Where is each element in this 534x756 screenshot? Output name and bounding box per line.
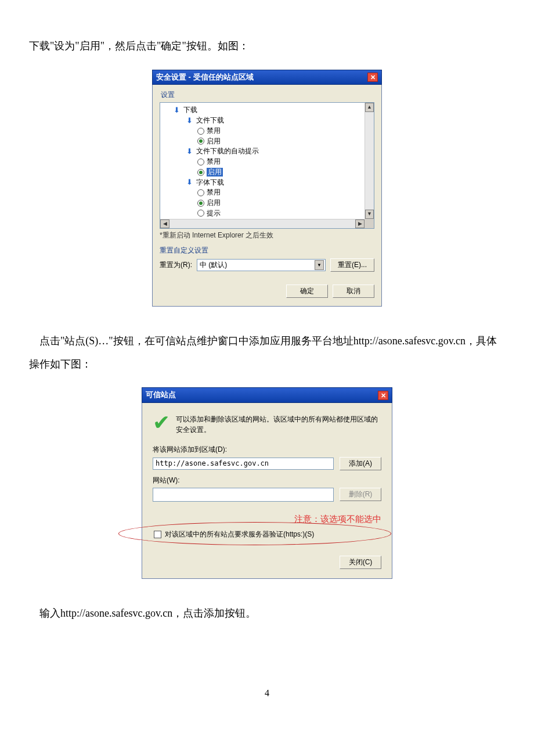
tree-file-download-prompt[interactable]: ⬇文件下载的自动提示: [161, 146, 373, 157]
https-verify-label: 对该区域中的所有站点要求服务器验证(https:)(S): [165, 530, 314, 539]
settings-tree: ⬇下载 ⬇文件下载 禁用 启用 ⬇文件下载的自动提示 禁用 启用 ⬇字体下载 禁…: [160, 102, 374, 229]
radio-font-disable[interactable]: 禁用: [161, 188, 373, 198]
add-to-zone-label: 将该网站添加到区域(D):: [153, 445, 381, 455]
tree-file-download[interactable]: ⬇文件下载: [161, 116, 373, 126]
paragraph-2: 点击"站点(S)…"按钮，在可信站点维护窗口中添加应用服务平台地址http://…: [29, 330, 505, 376]
ok-button[interactable]: 确定: [286, 285, 328, 298]
file-download-icon: ⬇: [185, 116, 194, 125]
scroll-left-icon[interactable]: ◀: [160, 219, 169, 228]
file-download-prompt-icon: ⬇: [185, 147, 194, 156]
radio-fd-enable[interactable]: 启用: [161, 136, 373, 147]
reset-level-value: 中 (默认): [200, 261, 227, 270]
vertical-scrollbar[interactable]: ▲ ▼: [365, 103, 374, 219]
download-icon: ⬇: [172, 106, 181, 115]
dialog1-title: 安全设置 - 受信任的站点区域: [156, 73, 254, 82]
paragraph-3: 输入http://asone.safesvc.gov.cn，点击添加按钮。: [29, 602, 505, 625]
radio-fdp-enable[interactable]: 启用: [161, 167, 373, 178]
horizontal-scrollbar[interactable]: ◀ ▶: [160, 219, 365, 228]
reset-section-label: 重置自定义设置: [160, 246, 374, 255]
checkmark-icon: ✔: [153, 412, 170, 433]
dialog1-body: 设置 ⬇下载 ⬇文件下载 禁用 启用 ⬇文件下载的自动提示 禁用 启用 ⬇字体下…: [152, 85, 382, 307]
dialog2-title: 可信站点: [146, 390, 176, 400]
radio-fd-disable[interactable]: 禁用: [161, 126, 373, 136]
radio-fdp-disable[interactable]: 禁用: [161, 157, 373, 167]
scroll-down-icon[interactable]: ▼: [365, 210, 374, 219]
scroll-up-icon[interactable]: ▲: [365, 103, 374, 112]
radio-font-prompt[interactable]: 提示: [161, 208, 373, 219]
security-settings-dialog: 安全设置 - 受信任的站点区域 ✕ 设置 ⬇下载 ⬇文件下载 禁用 启用 ⬇文件…: [152, 70, 382, 307]
close-button[interactable]: 关闭(C): [340, 556, 381, 569]
remove-button[interactable]: 删除(R): [340, 488, 381, 501]
sites-label: 网站(W):: [153, 476, 381, 485]
dialog1-titlebar[interactable]: 安全设置 - 受信任的站点区域 ✕: [152, 70, 382, 85]
reset-button[interactable]: 重置(E)...: [330, 258, 374, 272]
dialog2-intro: 可以添加和删除该区域的网站。该区域中的所有网站都使用区域的安全设置。: [176, 412, 381, 435]
close-icon[interactable]: ✕: [367, 73, 378, 82]
checkbox-icon[interactable]: [154, 531, 161, 538]
font-download-icon: ⬇: [185, 178, 194, 187]
radio-font-enable[interactable]: 启用: [161, 198, 373, 208]
page-number: 4: [29, 683, 505, 703]
reset-to-label: 重置为(R):: [160, 261, 192, 270]
cancel-button[interactable]: 取消: [333, 285, 374, 298]
trusted-sites-dialog: 可信站点 ✕ ✔ 可以添加和删除该区域的网站。该区域中的所有网站都使用区域的安全…: [142, 387, 392, 578]
tree-font-download[interactable]: ⬇字体下载: [161, 177, 373, 188]
sites-listbox[interactable]: [153, 488, 334, 502]
reset-level-select[interactable]: 中 (默认) ▼: [197, 259, 326, 271]
site-url-input[interactable]: http://asone.safesvc.gov.cn: [153, 458, 334, 470]
scroll-right-icon[interactable]: ▶: [355, 219, 365, 228]
close-icon[interactable]: ✕: [378, 391, 388, 400]
dialog2-body: ✔ 可以添加和删除该区域的网站。该区域中的所有网站都使用区域的安全设置。 将该网…: [142, 403, 392, 578]
chevron-down-icon: ▼: [315, 260, 324, 270]
tree-download[interactable]: ⬇下载: [161, 105, 373, 116]
https-verify-checkbox-row[interactable]: 对该区域中的所有站点要求服务器验证(https:)(S): [153, 528, 381, 542]
restart-note: *重新启动 Internet Explorer 之后生效: [160, 231, 374, 240]
paragraph-1: 下载"设为"启用"，然后点击"确定"按钮。如图：: [29, 35, 505, 58]
dialog2-titlebar[interactable]: 可信站点 ✕: [142, 387, 392, 403]
settings-label: 设置: [160, 91, 374, 100]
warning-annotation: 注意：该选项不能选中: [153, 513, 381, 525]
add-button[interactable]: 添加(A): [340, 457, 381, 470]
